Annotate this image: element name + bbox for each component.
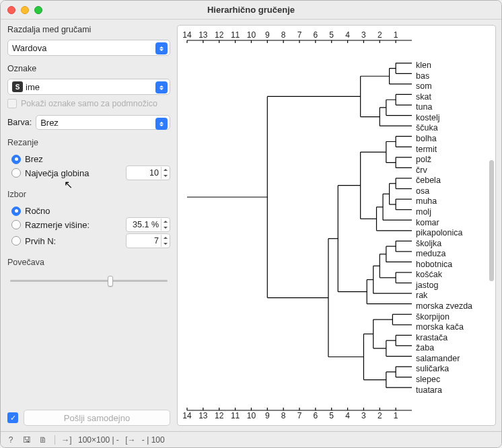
svg-text:som: som: [416, 81, 432, 91]
svg-text:1: 1: [394, 30, 398, 40]
status-extra: - | 100: [142, 435, 165, 445]
svg-text:krastača: krastača: [416, 333, 447, 342]
svg-text:meduza: meduza: [416, 249, 446, 258]
svg-text:3: 3: [361, 411, 366, 420]
separator: [55, 435, 55, 445]
svg-text:3: 3: [361, 30, 366, 40]
selection-ratio-label: Razmerje višine:: [25, 220, 89, 230]
maxdepth-input[interactable]: 10: [126, 165, 170, 180]
svg-text:14: 14: [182, 411, 192, 420]
send-button: Pošlji samodejno: [24, 410, 170, 426]
send-auto-checkbox[interactable]: ✓: [7, 412, 18, 423]
svg-text:bas: bas: [416, 71, 429, 81]
zoom-slider[interactable]: [10, 274, 168, 287]
pruning-maxdepth-row[interactable]: Največja globina 10: [11, 165, 170, 180]
svg-text:škorpijon: škorpijon: [416, 312, 450, 322]
svg-text:8: 8: [281, 30, 286, 40]
radio-pruning-none[interactable]: [11, 155, 21, 164]
svg-text:11: 11: [231, 411, 240, 420]
color-value: Brez: [40, 118, 59, 128]
topn-input[interactable]: 7: [126, 233, 170, 248]
dendrogram-canvas[interactable]: 14141313121211111010998877665544332211kl…: [177, 25, 496, 426]
svg-text:morska zvezda: morska zvezda: [416, 301, 472, 311]
pruning-maxdepth-label: Največja globina: [25, 168, 89, 178]
help-icon[interactable]: ?: [6, 435, 15, 445]
svg-text:komar: komar: [416, 218, 439, 227]
topn-spinner[interactable]: [161, 235, 169, 247]
statusbar: ? 🖫 🗎 →] 100×100 | - [→ - | 100: [1, 431, 501, 447]
svg-text:suličarka: suličarka: [416, 364, 449, 373]
topn-value: 7: [154, 236, 159, 246]
svg-text:jastog: jastog: [415, 281, 438, 290]
svg-text:črv: črv: [416, 165, 427, 175]
svg-text:13: 13: [199, 411, 208, 420]
sidebar: Razdalja med gručami Wardova Oznake S im…: [1, 20, 177, 431]
selection-topn-row[interactable]: Prvih N: 7: [11, 233, 170, 248]
svg-text:klen: klen: [416, 61, 431, 70]
svg-text:košćak: košćak: [416, 270, 443, 279]
svg-text:9: 9: [265, 30, 270, 40]
fullscreen-icon[interactable]: [34, 6, 42, 14]
annotations-value: ime: [26, 82, 40, 92]
minimize-icon[interactable]: [21, 6, 29, 14]
linkage-value: Wardova: [12, 43, 47, 53]
radio-selection-manual[interactable]: [11, 207, 21, 216]
status-inout: 100×100 | -: [78, 435, 119, 445]
zoom-label: Povečava: [7, 258, 170, 267]
selection-manual-label: Ročno: [25, 206, 50, 216]
maxdepth-spinner[interactable]: [161, 167, 169, 179]
slider-thumb[interactable]: [108, 276, 113, 287]
svg-text:12: 12: [215, 30, 224, 40]
svg-text:školjka: školjka: [416, 239, 441, 248]
subset-label: Pokaži oznake samo za podmnožico: [21, 99, 157, 108]
linkage-select[interactable]: Wardova: [7, 40, 170, 56]
svg-text:5: 5: [329, 30, 334, 40]
window-title: Hierarhično gručenje: [1, 5, 501, 15]
selection-manual-row[interactable]: Ročno: [11, 206, 170, 216]
subset-checkbox: [7, 99, 17, 108]
color-row: Barva: Brez: [7, 115, 170, 130]
svg-text:2: 2: [378, 411, 382, 420]
svg-text:polž: polž: [416, 155, 431, 164]
titlebar: Hierarhično gručenje: [1, 1, 501, 20]
traffic-lights: [7, 6, 42, 14]
svg-text:7: 7: [297, 411, 302, 420]
content: Razdalja med gručami Wardova Oznake S im…: [1, 20, 501, 431]
svg-text:4: 4: [345, 30, 350, 40]
svg-text:13: 13: [199, 30, 208, 40]
slider-track: [10, 280, 168, 282]
chevron-updown-icon: [155, 42, 168, 54]
radio-pruning-maxdepth[interactable]: [11, 168, 21, 178]
selection-ratio-row[interactable]: Razmerje višine: 35.1 %: [11, 217, 170, 232]
svg-text:12: 12: [215, 411, 224, 420]
ratio-spinner[interactable]: [161, 219, 169, 231]
svg-text:termit: termit: [416, 145, 437, 154]
output-icon[interactable]: [→: [126, 435, 135, 445]
pruning-none-row[interactable]: Brez: [11, 154, 170, 164]
radio-selection-topn[interactable]: [11, 236, 21, 246]
chart-panel: 14141313121211111010998877665544332211kl…: [177, 20, 501, 431]
save-icon[interactable]: 🖫: [22, 435, 32, 445]
svg-text:ščuka: ščuka: [416, 123, 438, 133]
color-select[interactable]: Brez: [36, 115, 170, 130]
svg-text:10: 10: [247, 30, 256, 40]
ratio-input[interactable]: 35.1 %: [126, 217, 170, 232]
report-icon[interactable]: 🗎: [38, 435, 48, 445]
window: Hierarhično gručenje Razdalja med gručam…: [0, 0, 502, 448]
scrollbar-vertical[interactable]: [489, 160, 494, 281]
pruning-title: Rezanje: [7, 138, 170, 147]
svg-text:žaba: žaba: [416, 343, 434, 352]
radio-selection-ratio[interactable]: [11, 220, 21, 229]
close-icon[interactable]: [7, 6, 15, 14]
send-row: ✓ Pošlji samodejno: [7, 403, 170, 426]
svg-text:1: 1: [394, 411, 398, 420]
svg-text:9: 9: [265, 411, 270, 420]
subset-checkbox-row: Pokaži oznake samo za podmnožico: [7, 99, 170, 108]
input-icon[interactable]: →]: [62, 435, 71, 445]
annotations-select[interactable]: S ime: [7, 79, 170, 95]
send-button-label: Pošlji samodejno: [64, 413, 130, 423]
svg-text:skat: skat: [416, 92, 431, 102]
svg-text:tuatara: tuatara: [416, 385, 442, 395]
selection-fieldset: Ročno Razmerje višine: 35.1 %: [7, 204, 170, 250]
chevron-updown-icon: [155, 81, 168, 94]
